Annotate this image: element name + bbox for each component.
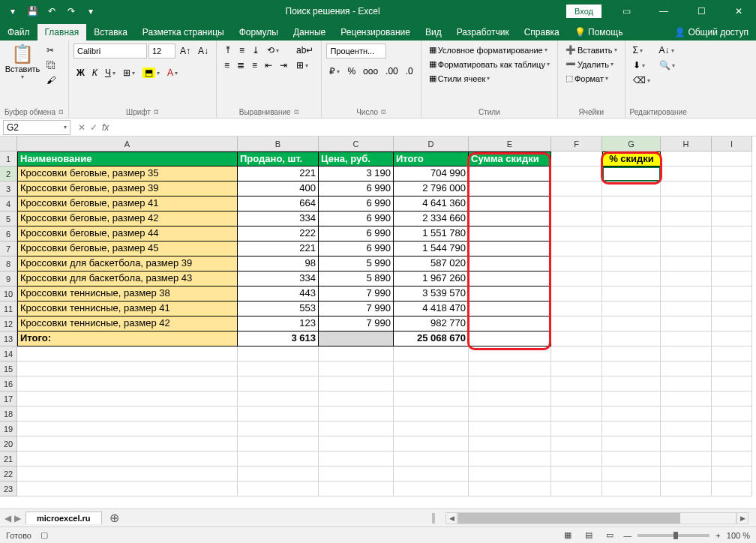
cell[interactable] [551, 436, 602, 452]
indent-increase-button[interactable]: ⇥ [277, 58, 290, 72]
cell[interactable]: Кроссовки для баскетбола, размер 43 [17, 272, 238, 286]
percent-button[interactable]: % [344, 64, 358, 78]
dialog-launcher-icon[interactable]: ⊡ [154, 109, 159, 116]
row-header-4[interactable]: 4 [0, 196, 17, 212]
cell[interactable]: 123 [238, 316, 319, 332]
bold-button[interactable]: Ж [74, 66, 88, 80]
cell[interactable] [551, 406, 602, 422]
cell[interactable]: Кроссовки беговые, размер 45 [17, 242, 238, 256]
row-header-18[interactable]: 18 [0, 406, 17, 422]
hscroll-track[interactable] [458, 512, 736, 524]
cell[interactable] [661, 196, 712, 212]
sheet-tab[interactable]: microexcel.ru [26, 512, 102, 524]
cell[interactable] [17, 406, 238, 422]
cell[interactable] [319, 392, 394, 406]
tab-insert[interactable]: Вставка [86, 24, 135, 40]
cell[interactable] [661, 482, 712, 496]
cell[interactable] [394, 466, 469, 482]
cell[interactable] [469, 346, 551, 362]
cell[interactable] [551, 316, 602, 332]
formula-input[interactable] [113, 120, 756, 135]
copy-button[interactable]: ⿻ [44, 58, 58, 72]
cell[interactable] [602, 362, 661, 376]
row-header-10[interactable]: 10 [0, 286, 17, 302]
cell[interactable] [319, 482, 394, 496]
cell[interactable]: Наименование [17, 152, 238, 166]
zoom-out-button[interactable]: — [623, 531, 632, 540]
border-button[interactable]: ⊞▾ [120, 66, 138, 80]
row-header-6[interactable]: 6 [0, 226, 17, 242]
cell[interactable]: 7 990 [319, 316, 394, 332]
cell[interactable] [17, 436, 238, 452]
cell[interactable] [661, 226, 712, 242]
increase-decimal-button[interactable]: .00 [382, 64, 401, 78]
cell[interactable] [712, 346, 752, 362]
dialog-launcher-icon[interactable]: ⊡ [294, 109, 299, 116]
cell[interactable]: 221 [238, 166, 319, 182]
col-header-D[interactable]: D [394, 136, 469, 152]
cell[interactable]: 2 334 660 [394, 212, 469, 226]
hscroll-right-button[interactable]: ▶ [736, 512, 748, 524]
autosum-button[interactable]: Σ▾ [630, 44, 653, 57]
fill-color-button[interactable]: ⬒▾ [140, 66, 163, 80]
row-header-23[interactable]: 23 [0, 482, 17, 496]
cell[interactable]: 6 990 [319, 226, 394, 242]
cell[interactable] [319, 466, 394, 482]
orientation-button[interactable]: ⟲▾ [264, 44, 282, 57]
ribbon-display-icon[interactable]: ▭ [609, 0, 644, 22]
cell[interactable]: 400 [238, 182, 319, 196]
login-button[interactable]: Вход [566, 4, 602, 18]
row-header-3[interactable]: 3 [0, 182, 17, 196]
cell[interactable] [469, 166, 551, 182]
cell[interactable] [319, 406, 394, 422]
cell[interactable] [238, 362, 319, 376]
cell[interactable] [602, 166, 661, 182]
row-header-2[interactable]: 2 [0, 166, 17, 182]
cell[interactable] [712, 196, 752, 212]
currency-button[interactable]: ₽▾ [326, 64, 343, 78]
cell[interactable] [712, 256, 752, 272]
cell[interactable]: Кроссовки беговые, размер 44 [17, 226, 238, 242]
paste-button[interactable]: 📋 Вставить ▾ [4, 44, 40, 98]
row-header-1[interactable]: 1 [0, 152, 17, 166]
cell[interactable]: 334 [238, 272, 319, 286]
cell[interactable] [712, 182, 752, 196]
cell[interactable] [661, 152, 712, 166]
cell[interactable] [661, 242, 712, 256]
cell[interactable] [712, 272, 752, 286]
cell[interactable] [661, 436, 712, 452]
cell[interactable] [602, 196, 661, 212]
cell[interactable] [319, 362, 394, 376]
find-select-button[interactable]: 🔍▾ [656, 58, 678, 72]
cell[interactable] [394, 436, 469, 452]
cell[interactable] [661, 362, 712, 376]
align-right-button[interactable]: ≡ [249, 58, 260, 72]
col-header-B[interactable]: B [238, 136, 319, 152]
cell[interactable] [469, 392, 551, 406]
cell[interactable] [712, 316, 752, 332]
cell[interactable] [551, 346, 602, 362]
cell[interactable]: 4 418 470 [394, 302, 469, 316]
cell[interactable] [602, 392, 661, 406]
tab-file[interactable]: Файл [0, 24, 38, 40]
page-break-view-button[interactable]: ▭ [602, 530, 617, 542]
cell[interactable] [469, 436, 551, 452]
cell[interactable] [712, 436, 752, 452]
cell[interactable] [394, 376, 469, 392]
grow-font-button[interactable]: A↑ [177, 44, 194, 58]
decrease-decimal-button[interactable]: .0 [403, 64, 416, 78]
cell[interactable] [551, 212, 602, 226]
cell[interactable]: Кроссовки беговые, размер 35 [17, 166, 238, 182]
hscroll-thumb[interactable] [458, 513, 680, 524]
cell[interactable] [602, 302, 661, 316]
row-header-19[interactable]: 19 [0, 422, 17, 436]
cell[interactable] [551, 362, 602, 376]
cell[interactable] [712, 376, 752, 392]
cell[interactable] [394, 422, 469, 436]
cell[interactable] [661, 166, 712, 182]
dialog-launcher-icon[interactable]: ⊡ [381, 109, 386, 116]
cell[interactable] [551, 166, 602, 182]
fill-button[interactable]: ⬇▾ [630, 58, 653, 72]
cell[interactable] [661, 286, 712, 302]
font-color-button[interactable]: A▾ [164, 66, 181, 80]
